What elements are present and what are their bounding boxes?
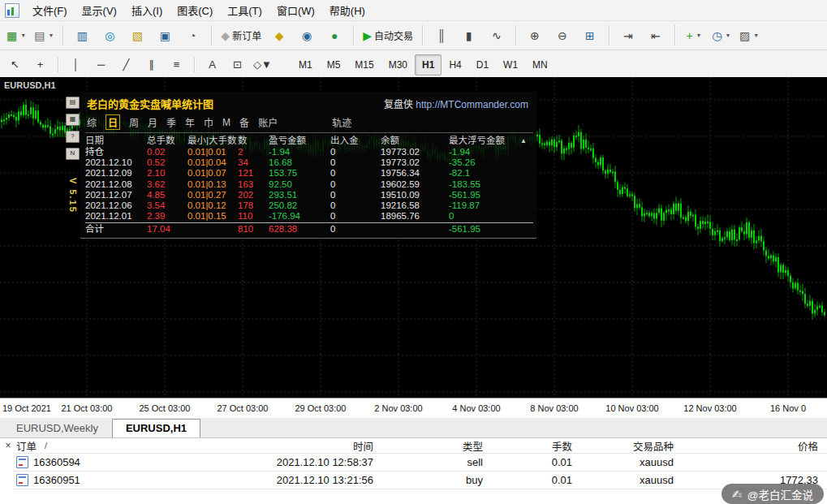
text-icon: A bbox=[209, 58, 216, 71]
timeframe-h4[interactable]: H4 bbox=[441, 54, 468, 75]
stats-tab-3[interactable]: 月 bbox=[148, 115, 157, 129]
cursor-tool[interactable]: ↖ bbox=[2, 54, 28, 76]
timeframe-h1[interactable]: H1 bbox=[415, 54, 441, 75]
stats-tab-5[interactable]: 年 bbox=[185, 115, 195, 129]
tile-windows-button[interactable]: ⊞ bbox=[576, 24, 604, 47]
time-axis[interactable]: 19 Oct 202121 Oct 03:0025 Oct 03:0027 Oc… bbox=[0, 398, 827, 419]
menu-window[interactable]: 窗口(W) bbox=[269, 0, 322, 21]
order-row[interactable]: 163605942021.12.10 12:58:37sell0.01xauus… bbox=[13, 454, 827, 472]
market-watch-icon: ▥ bbox=[77, 29, 88, 42]
strategy-tester-button[interactable]: ◔ bbox=[179, 24, 206, 47]
autotrading-icon: ▶ bbox=[363, 29, 372, 42]
timeframe-m30[interactable]: M30 bbox=[381, 54, 415, 75]
stats-tab-8[interactable]: 备 bbox=[239, 115, 249, 129]
crosshair-tool[interactable]: + bbox=[28, 54, 53, 76]
terminal-button[interactable]: ▣ bbox=[151, 24, 179, 47]
periods-button[interactable]: ◷▼ bbox=[708, 24, 735, 47]
templates-button[interactable]: ▨▼ bbox=[735, 24, 763, 47]
navigator-icon: ◎ bbox=[105, 29, 114, 42]
order-cell: 0.01 bbox=[483, 474, 572, 486]
stats-note-button[interactable]: N bbox=[66, 148, 80, 160]
terminal-col-header[interactable]: 价格 bbox=[674, 438, 823, 454]
line-chart-button[interactable]: ∿ bbox=[483, 24, 510, 47]
mql-community-button[interactable]: ◉ bbox=[293, 24, 321, 47]
stats-tab-2[interactable]: 周 bbox=[129, 115, 139, 129]
zoom-in-button[interactable]: ⊕ bbox=[521, 24, 549, 47]
candlestick-chart-button[interactable]: ▮ bbox=[455, 24, 483, 47]
market-button[interactable]: ● bbox=[321, 24, 348, 47]
toolbar-separator bbox=[211, 25, 212, 45]
market-watch-button[interactable]: ▥ bbox=[68, 24, 96, 47]
chart-shift-button[interactable]: ⇤ bbox=[642, 24, 670, 47]
text-tool[interactable]: A bbox=[200, 54, 225, 76]
order-icon bbox=[16, 456, 28, 468]
autotrading-button[interactable]: ▶自动交易 bbox=[359, 24, 417, 47]
menu-view[interactable]: 显示(V) bbox=[75, 0, 124, 21]
chart-area[interactable]: EURUSD,H1 ▤▦?N V 5.15 老白的黄金实盘喊单统计图 复盘侠 h… bbox=[0, 77, 827, 398]
zoom-out-button[interactable]: ⊖ bbox=[549, 24, 576, 47]
stats-cell: 2021.12.01 bbox=[85, 211, 147, 222]
order-row[interactable]: 163609512021.12.10 13:21:56buy0.01xauusd… bbox=[13, 472, 827, 489]
menu-bar: 文件(F)显示(V)插入(I)图表(C)工具(T)窗口(W)帮助(H) bbox=[0, 0, 827, 21]
terminal-col-header[interactable]: 手数 bbox=[483, 438, 572, 454]
horizontal-line-tool[interactable]: ─ bbox=[88, 54, 114, 76]
stats-tab-7[interactable]: M bbox=[222, 117, 230, 128]
indicators-button[interactable]: +▼ bbox=[680, 24, 708, 47]
timeframe-d1[interactable]: D1 bbox=[469, 54, 496, 75]
chevron-down-icon: ▼ bbox=[726, 32, 731, 38]
stats-tab-10[interactable]: 轨迹 bbox=[332, 115, 351, 129]
stats-row: 2021.12.074.850.01|0.27202293.51019510.0… bbox=[85, 190, 533, 200]
channel-tool[interactable]: ∥ bbox=[139, 54, 164, 76]
data-folder-button[interactable]: ▧ bbox=[123, 24, 151, 47]
metaeditor-button[interactable]: ◆ bbox=[265, 24, 293, 47]
terminal-col-header[interactable]: 时间 bbox=[130, 438, 373, 454]
menu-file[interactable]: 文件(F) bbox=[25, 0, 75, 21]
shapes-tool[interactable]: ◇▼ bbox=[250, 54, 275, 76]
stats-cell: -183.55 bbox=[449, 179, 519, 190]
stats-col-header: 最大浮亏金额 bbox=[449, 135, 519, 147]
vertical-line-tool[interactable]: │ bbox=[63, 54, 88, 76]
stats-grid-button[interactable]: ▦ bbox=[66, 114, 80, 126]
stats-list-button[interactable]: ▤ bbox=[66, 97, 80, 109]
menu-charts[interactable]: 图表(C) bbox=[170, 0, 220, 21]
navigator-button[interactable]: ◎ bbox=[96, 24, 123, 47]
stats-row: 2021.12.063.540.01|0.12178250.82019216.5… bbox=[85, 200, 533, 211]
brand-url[interactable]: http://MTCommander.com bbox=[416, 99, 528, 110]
stats-side-strip: ▤▦?N V 5.15 bbox=[65, 92, 80, 213]
chart-tab-eurusd-weekly[interactable]: EURUSD,Weekly bbox=[2, 419, 112, 437]
profiles-button[interactable]: ▤▼ bbox=[30, 24, 58, 47]
stats-tab-1[interactable]: 日 bbox=[106, 114, 120, 130]
stats-cell: 250.82 bbox=[269, 200, 330, 211]
stats-tab-6[interactable]: 巾 bbox=[204, 115, 213, 129]
terminal-col-order[interactable]: 订单/ bbox=[13, 438, 130, 454]
trendline-tool[interactable]: ╱ bbox=[114, 54, 139, 76]
bar-chart-button[interactable]: ║ bbox=[428, 24, 455, 47]
fibonacci-tool[interactable]: ≡ bbox=[164, 54, 189, 76]
menu-insert[interactable]: 插入(I) bbox=[124, 0, 170, 21]
stats-cell bbox=[187, 224, 238, 235]
menu-tools[interactable]: 工具(T) bbox=[220, 0, 269, 21]
stats-row: 2021.12.083.620.01|0.1316392.50019602.59… bbox=[85, 179, 533, 190]
new-chart-button[interactable]: ▦▼ bbox=[2, 24, 30, 47]
stats-cell bbox=[381, 224, 449, 235]
stats-tab-0[interactable]: 综 bbox=[87, 115, 97, 129]
menu-help[interactable]: 帮助(H) bbox=[322, 0, 373, 21]
close-terminal-button[interactable]: × bbox=[2, 441, 14, 452]
orders-table: 订单/时间类型手数交易品种价格163605942021.12.10 12:58:… bbox=[0, 438, 827, 489]
timeframe-m15[interactable]: M15 bbox=[347, 54, 381, 75]
chart-tab-eurusd-h1[interactable]: EURUSD,H1 bbox=[112, 419, 200, 437]
timeframe-w1[interactable]: W1 bbox=[496, 54, 525, 75]
stats-tab-4[interactable]: 季 bbox=[166, 115, 176, 129]
terminal-col-header[interactable]: 类型 bbox=[373, 438, 483, 454]
stats-help-button[interactable]: ? bbox=[66, 131, 80, 143]
timeframe-m1[interactable]: M1 bbox=[291, 54, 320, 75]
label-tool[interactable]: ⊡ bbox=[225, 54, 250, 76]
timeframe-m5[interactable]: M5 bbox=[320, 54, 348, 75]
terminal-col-header[interactable]: 交易品种 bbox=[572, 438, 674, 454]
auto-scroll-button[interactable]: ⇥ bbox=[614, 24, 642, 47]
timeframe-mn[interactable]: MN bbox=[525, 54, 555, 75]
stats-tab-9[interactable]: 账户 bbox=[258, 115, 278, 129]
label-icon: ⊡ bbox=[233, 58, 242, 71]
scroll-up-icon[interactable]: ▲ bbox=[520, 135, 527, 147]
new-order-button[interactable]: ◆新订单 bbox=[217, 24, 265, 47]
